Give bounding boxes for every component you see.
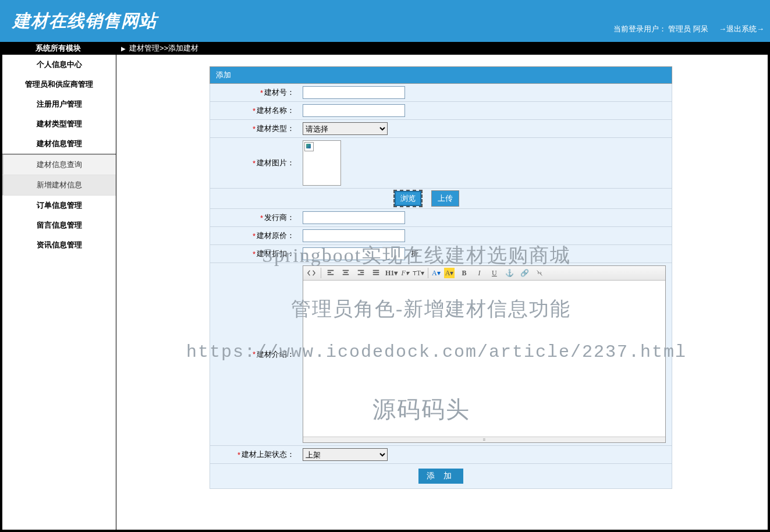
- bold-icon[interactable]: B: [458, 268, 470, 278]
- anchor-icon[interactable]: ⚓: [503, 268, 515, 278]
- row-material-no: *建材号：: [210, 84, 672, 102]
- heading-icon[interactable]: H1▾: [385, 268, 398, 278]
- align-center-icon[interactable]: [340, 268, 352, 278]
- source-icon[interactable]: [306, 268, 317, 278]
- upload-button[interactable]: 上传: [432, 191, 459, 206]
- form-header: 添加: [210, 66, 672, 84]
- content-wrap: 个人信息中心 管理员和供应商管理 注册用户管理 建材类型管理 建材信息管理 建材…: [0, 55, 770, 532]
- form-container: 添加 *建材号： *建材名称： *建材类型： 请选择 *建材图片：: [210, 66, 672, 489]
- row-discount: *建材折扣： 折: [210, 245, 672, 263]
- material-no-input[interactable]: [303, 86, 405, 99]
- row-publisher: *发行商：: [210, 209, 672, 227]
- modules-header: 系统所有模块: [0, 43, 116, 54]
- main-area: 添加 *建材号： *建材名称： *建材类型： 请选择 *建材图片：: [116, 55, 768, 530]
- sidebar: 个人信息中心 管理员和供应商管理 注册用户管理 建材类型管理 建材信息管理 建材…: [2, 55, 116, 530]
- image-placeholder-icon: [303, 140, 341, 186]
- row-shelf-status: *建材上架状态： 上架: [210, 446, 672, 464]
- editor-body[interactable]: [303, 281, 665, 437]
- original-price-input[interactable]: [303, 229, 405, 242]
- sidebar-item-personal[interactable]: 个人信息中心: [2, 55, 116, 75]
- site-title: 建材在线销售网站: [13, 9, 157, 33]
- header-right: 当前登录用户： 管理员 阿呆 →退出系统→: [613, 8, 764, 34]
- sidebar-item-material-info[interactable]: 建材信息管理: [2, 134, 116, 154]
- row-original-price: *建材原价：: [210, 227, 672, 245]
- publisher-input[interactable]: [303, 211, 405, 224]
- material-name-input[interactable]: [303, 104, 405, 117]
- font-size-icon[interactable]: ᴛT▾: [413, 268, 424, 278]
- highlight-icon[interactable]: A▾: [444, 268, 455, 278]
- link-icon[interactable]: 🔗: [519, 268, 530, 278]
- unlink-icon[interactable]: [534, 268, 545, 278]
- header-bar: 建材在线销售网站 当前登录用户： 管理员 阿呆 →退出系统→: [0, 0, 770, 42]
- browse-button[interactable]: 浏览: [395, 191, 421, 206]
- sidebar-sub-add[interactable]: 新增建材信息: [2, 175, 116, 196]
- sidebar-item-order[interactable]: 订单信息管理: [2, 196, 116, 215]
- row-submit: 添 加: [210, 464, 672, 489]
- shelf-status-select[interactable]: 上架: [303, 448, 388, 461]
- material-type-select[interactable]: 请选择: [303, 122, 388, 135]
- sidebar-item-material-type[interactable]: 建材类型管理: [2, 114, 116, 134]
- row-upload-buttons: 浏览 上传: [210, 189, 672, 209]
- sidebar-sub-query[interactable]: 建材信息查询: [2, 155, 116, 175]
- editor-toolbar: H1▾ F▾ ᴛT▾ A▾ A▾ B I U ⚓ 🔗: [303, 266, 665, 281]
- row-description: *建材介绍： H1▾ F▾ ᴛT▾: [210, 263, 672, 446]
- breadcrumb-bar: 系统所有模块 ▶ 建材管理>>添加建材: [0, 42, 770, 55]
- italic-icon[interactable]: I: [473, 268, 485, 278]
- align-right-icon[interactable]: [355, 268, 367, 278]
- sidebar-item-reg-user[interactable]: 注册用户管理: [2, 94, 116, 114]
- underline-icon[interactable]: U: [488, 268, 500, 278]
- logout-link[interactable]: →退出系统→: [719, 24, 764, 34]
- sidebar-item-admin-supplier[interactable]: 管理员和供应商管理: [2, 75, 116, 94]
- row-material-name: *建材名称：: [210, 102, 672, 120]
- text-color-icon[interactable]: A▾: [432, 268, 441, 278]
- submit-button[interactable]: 添 加: [418, 469, 464, 484]
- current-user: 当前登录用户： 管理员 阿呆: [613, 24, 708, 34]
- align-left-icon[interactable]: [325, 268, 336, 278]
- rich-editor: H1▾ F▾ ᴛT▾ A▾ A▾ B I U ⚓ 🔗: [303, 265, 666, 443]
- editor-resize-handle[interactable]: ≡: [303, 437, 665, 442]
- breadcrumb: ▶ 建材管理>>添加建材: [116, 43, 198, 54]
- sidebar-item-message[interactable]: 留言信息管理: [2, 215, 116, 235]
- align-justify-icon[interactable]: [370, 268, 382, 278]
- row-material-type: *建材类型： 请选择: [210, 120, 672, 138]
- discount-input[interactable]: [303, 247, 405, 260]
- row-material-image: *建材图片：: [210, 138, 672, 189]
- discount-suffix: 折: [411, 249, 418, 259]
- sidebar-item-news[interactable]: 资讯信息管理: [2, 235, 116, 255]
- breadcrumb-arrow-icon: ▶: [121, 45, 126, 52]
- font-family-icon[interactable]: F▾: [401, 268, 409, 278]
